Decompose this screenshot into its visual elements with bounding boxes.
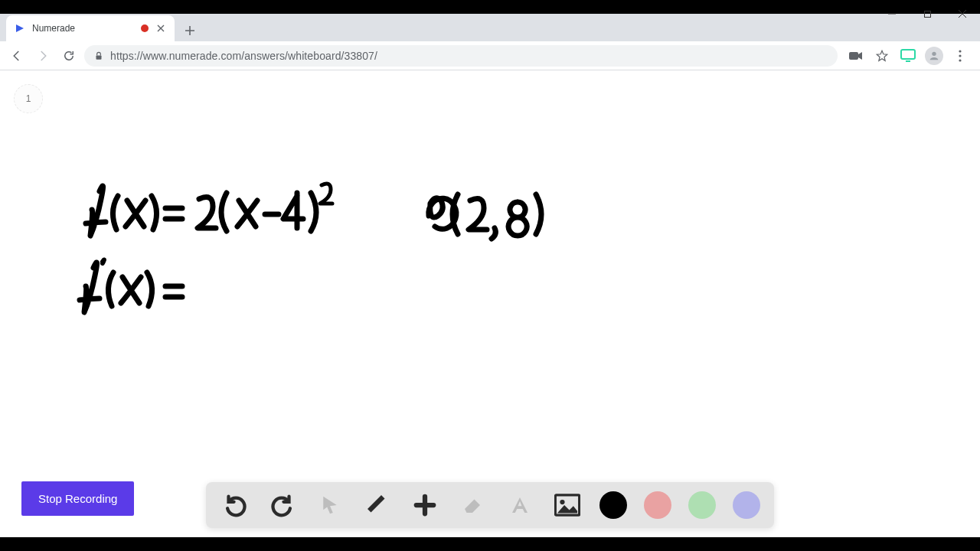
svg-point-8 [959,54,961,57]
address-bar[interactable]: https://www.numerade.com/answers/whitebo… [84,45,838,67]
recording-indicator-icon [141,24,149,32]
letterbox-bottom [0,537,980,551]
camera-extension-icon[interactable] [847,47,865,65]
color-green-swatch[interactable] [688,491,716,519]
color-purple-swatch[interactable] [733,491,760,519]
svg-rect-2 [96,55,102,59]
bookmark-star-icon[interactable] [873,47,891,65]
undo-button[interactable] [220,490,250,520]
add-tool-button[interactable] [410,490,440,520]
svg-rect-5 [906,60,910,62]
browser-toolbar: https://www.numerade.com/answers/whitebo… [0,41,980,70]
url-text: https://www.numerade.com/answers/whitebo… [110,50,377,62]
numerade-favicon-icon [14,22,26,34]
tab-title: Numerade [32,23,135,34]
whiteboard-canvas[interactable] [0,70,980,522]
window-close-button[interactable] [945,2,980,25]
svg-rect-4 [901,50,915,59]
svg-rect-1 [924,11,930,17]
letterbox-top [0,0,980,14]
svg-rect-3 [849,52,858,60]
pen-tool-button[interactable] [362,490,393,520]
tab-close-button[interactable] [155,22,167,34]
forward-button[interactable] [32,45,54,67]
kebab-menu-button[interactable] [951,47,969,65]
tab-strip: Numerade [0,14,980,41]
svg-point-9 [959,59,961,61]
svg-point-11 [560,500,564,504]
whiteboard-page: 1 [0,70,980,537]
window-minimize-button[interactable] [874,2,910,25]
svg-point-6 [932,51,936,55]
stop-recording-button[interactable]: Stop Recording [21,481,134,516]
eraser-tool-button[interactable] [457,490,488,520]
browser-tab[interactable]: Numerade [6,15,175,41]
svg-marker-0 [16,24,24,32]
svg-point-7 [959,50,961,52]
redo-button[interactable] [267,490,298,520]
screencast-extension-icon[interactable] [899,47,917,65]
reload-button[interactable] [58,45,80,67]
back-button[interactable] [6,45,28,67]
image-tool-button[interactable] [552,490,583,520]
pointer-tool-button[interactable] [315,490,345,520]
lock-icon [93,51,104,61]
color-pink-swatch[interactable] [644,491,671,519]
whiteboard-toolbar [206,482,774,528]
stop-recording-label: Stop Recording [38,492,117,505]
new-tab-button[interactable] [179,20,201,41]
profile-avatar-button[interactable] [925,47,943,65]
text-tool-button[interactable] [505,490,535,520]
window-maximize-button[interactable] [910,2,945,25]
avatar-icon [925,47,943,65]
color-black-swatch[interactable] [599,491,627,519]
